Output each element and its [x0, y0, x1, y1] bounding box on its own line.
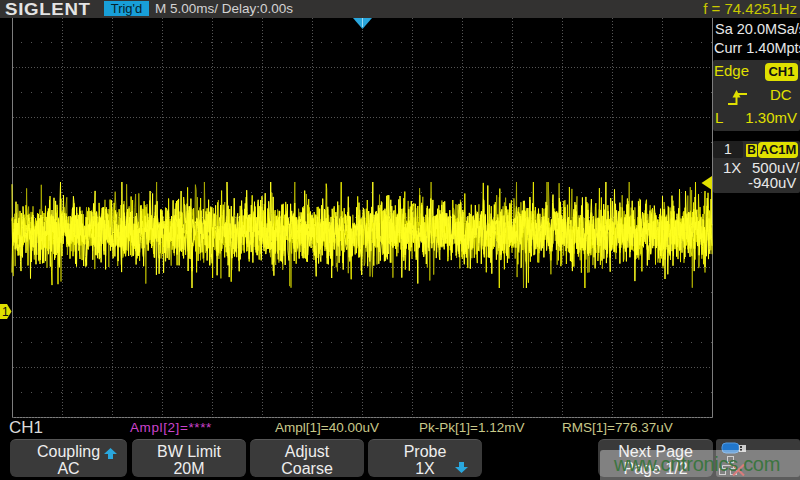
svg-text:1: 1 — [2, 305, 9, 319]
